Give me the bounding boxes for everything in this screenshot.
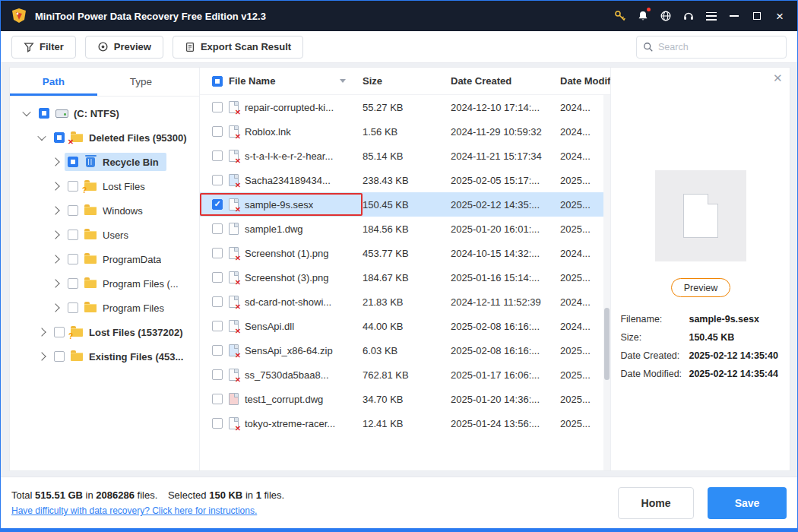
tree-item-program-files-x86[interactable]: Program Files (... — [10, 271, 199, 296]
table-row[interactable]: sample1.dwg 184.56 KB 2025-01-20 16:01:.… — [200, 217, 610, 241]
deleted-file-icon — [229, 320, 239, 332]
tree-item-c-ntfs[interactable]: (C: NTFS) — [10, 101, 199, 125]
row-checkbox[interactable] — [212, 102, 223, 112]
select-all-checkbox[interactable] — [212, 76, 223, 87]
table-row[interactable]: test1_corrupt.dwg 34.70 KB 2025-01-20 14… — [200, 387, 610, 411]
menu-hamburger-icon[interactable] — [700, 5, 723, 27]
chevron-right-icon[interactable] — [51, 279, 59, 287]
home-button[interactable]: Home — [618, 487, 694, 519]
chevron-down-icon[interactable] — [37, 132, 46, 141]
scrollbar-track[interactable] — [603, 95, 610, 470]
row-checkbox[interactable] — [212, 248, 223, 258]
tree-item-existing-files[interactable]: Existing Files (453... — [10, 344, 199, 369]
detail-label-size: Size: — [620, 332, 689, 343]
chevron-right-icon[interactable] — [37, 328, 46, 336]
table-row[interactable]: Sacha234189434... 238.43 KB 2025-02-05 1… — [200, 168, 610, 192]
sort-dropdown-icon[interactable] — [340, 79, 346, 83]
tab-path[interactable]: Path — [10, 68, 97, 96]
preview-button[interactable]: Preview — [85, 36, 163, 59]
checkbox[interactable] — [54, 132, 65, 143]
tree-item-programdata[interactable]: ProgramData — [10, 247, 199, 271]
column-header-date-modified[interactable]: Date Modif — [560, 75, 610, 87]
tree-item-deleted-files[interactable]: Deleted Files (95300) — [10, 125, 199, 150]
tab-type[interactable]: Type — [97, 68, 185, 96]
column-header-size[interactable]: Size — [363, 75, 451, 87]
table-row[interactable]: SensApi_x86-64.zip 6.03 KB 2025-02-08 16… — [200, 338, 610, 363]
tree-item-label: Program Files — [103, 302, 164, 314]
scrollbar-thumb[interactable] — [604, 308, 610, 380]
row-checkbox[interactable] — [212, 199, 223, 210]
license-key-icon[interactable] — [609, 5, 632, 27]
search-box[interactable] — [636, 36, 787, 59]
chevron-right-icon[interactable] — [51, 182, 59, 190]
checkbox[interactable] — [68, 230, 78, 240]
table-row[interactable]: Screenshot (1).png 453.77 KB 2024-10-15 … — [200, 241, 610, 265]
checkbox[interactable] — [68, 205, 78, 216]
close-button[interactable]: × — [768, 5, 791, 27]
chevron-right-icon[interactable] — [51, 230, 59, 239]
checkbox[interactable] — [39, 108, 49, 119]
file-name: test1_corrupt.dwg — [245, 394, 323, 405]
table-row-selected[interactable]: sample-9s.sesx 150.45 KB 2025-02-12 14:3… — [200, 192, 610, 217]
table-row[interactable]: ss_7530da5baa8... 762.81 KB 2025-01-17 1… — [200, 363, 610, 387]
table-row[interactable]: Roblox.lnk 1.56 KB 2024-11-29 10:59:32 2… — [200, 119, 610, 144]
filter-button[interactable]: Filter — [11, 36, 76, 59]
checkbox[interactable] — [54, 351, 65, 362]
tree-item-users[interactable]: Users — [10, 223, 199, 247]
hard-drive-icon — [55, 107, 68, 119]
table-row[interactable]: repair-corrupted-ki... 55.27 KB 2024-12-… — [200, 95, 610, 119]
row-checkbox[interactable] — [212, 223, 223, 234]
export-document-icon — [185, 42, 195, 52]
chevron-right-icon[interactable] — [51, 206, 59, 214]
column-header-date-created[interactable]: Date Created — [451, 75, 560, 87]
notifications-bell-icon[interactable] — [632, 5, 654, 27]
tree-item-recycle-bin[interactable]: Recycle Bin — [10, 150, 199, 174]
tree-item-windows[interactable]: Windows — [10, 198, 199, 223]
row-checkbox[interactable] — [212, 418, 223, 429]
table-row[interactable]: tokyo-xtreme-racer... 12.41 KB 2025-01-2… — [200, 411, 610, 435]
chevron-right-icon[interactable] — [51, 157, 59, 166]
row-checkbox[interactable] — [212, 272, 223, 283]
table-row[interactable]: Screenshot (3).png 184.67 KB 2025-01-16 … — [200, 265, 610, 290]
checkbox[interactable] — [68, 302, 78, 313]
tree-item-lost-files-root[interactable]: Lost Files (1537202) — [10, 320, 199, 344]
row-checkbox[interactable] — [212, 175, 223, 185]
row-checkbox[interactable] — [212, 321, 223, 331]
chevron-right-icon[interactable] — [51, 303, 59, 312]
row-checkbox[interactable] — [212, 126, 223, 137]
chevron-down-icon[interactable] — [22, 108, 30, 116]
checkbox[interactable] — [68, 181, 78, 192]
checkbox[interactable] — [68, 254, 78, 264]
chevron-right-icon[interactable] — [37, 352, 46, 360]
row-checkbox[interactable] — [212, 296, 223, 307]
summary-text: Total 515.51 GB in 2086286 files. Select… — [11, 489, 284, 501]
file-size: 34.70 KB — [363, 394, 451, 405]
support-headset-icon[interactable] — [677, 5, 700, 27]
chevron-right-icon[interactable] — [51, 255, 59, 263]
checkbox[interactable] — [68, 278, 78, 289]
help-link[interactable]: Have difficulty with data recovery? Clic… — [11, 505, 284, 516]
row-checkbox[interactable] — [212, 150, 223, 161]
preview-close-icon[interactable]: ✕ — [773, 72, 783, 84]
row-checkbox[interactable] — [212, 345, 223, 356]
preview-file-button[interactable]: Preview — [671, 278, 730, 297]
tree-item-lost-files[interactable]: Lost Files — [10, 174, 199, 198]
language-globe-icon[interactable] — [654, 5, 677, 27]
column-header-file-name[interactable]: File Name — [229, 75, 275, 87]
table-row[interactable]: s-t-a-l-k-e-r-2-hear... 85.14 KB 2024-11… — [200, 144, 610, 168]
tree-item-label: Lost Files — [103, 181, 145, 192]
checkbox[interactable] — [54, 327, 65, 337]
table-row[interactable]: sd-card-not-showi... 21.83 KB 2024-12-11… — [200, 290, 610, 314]
checkbox[interactable] — [68, 157, 78, 167]
tree-item-program-files[interactable]: Program Files — [10, 296, 199, 320]
row-checkbox[interactable] — [212, 369, 223, 380]
save-button[interactable]: Save — [708, 487, 787, 519]
row-checkbox[interactable] — [212, 394, 223, 404]
minimize-button[interactable] — [723, 5, 746, 27]
file-date-created: 2024-12-11 11:52:39 — [451, 296, 560, 308]
table-row[interactable]: SensApi.dll 44.00 KB 2025-02-08 16:16:..… — [200, 314, 610, 338]
maximize-button[interactable] — [746, 5, 768, 27]
export-scan-result-button[interactable]: Export Scan Result — [173, 36, 303, 59]
search-input[interactable] — [658, 42, 780, 52]
deleted-file-icon — [229, 296, 239, 308]
